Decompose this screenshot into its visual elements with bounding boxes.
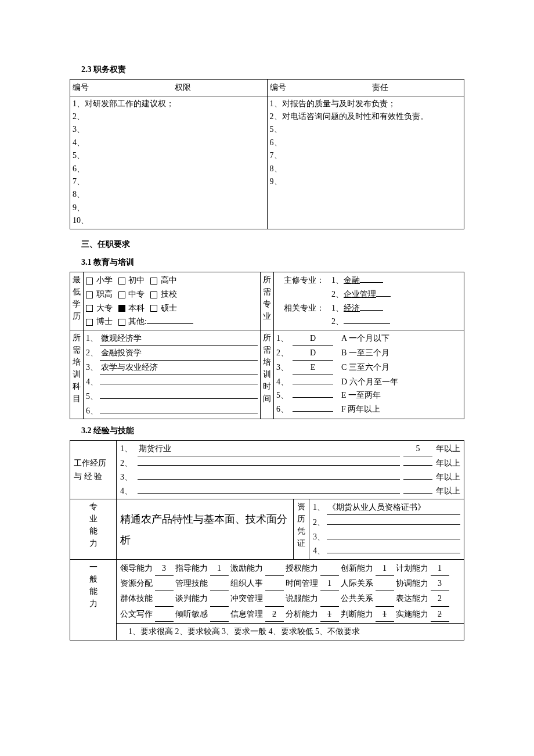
resp-list: 1、对报告的质量与及时发布负责；2、对电话咨询问题的及时性和有效性负责。5、6、… [267, 96, 464, 229]
section-3.1-title: 3.1 教育与培训 [81, 255, 464, 269]
experience-label: 工作经历与 经 验 [70, 441, 117, 499]
pro-skill-text: 精通农产品特性与基本面、技术面分析 [117, 499, 294, 560]
section-3.2-title: 3.2 经验与技能 [81, 424, 464, 438]
table-2.3: 编号 权限 编号 责任 1、对研发部工作的建议权；2、3、4、5、6、7、8、9… [70, 79, 464, 229]
training-time-list: 1、DA 一个月以下2、DB 一至三个月3、EC 三至六个月4、D 六个月至一年… [274, 330, 464, 419]
subject-label: 所需培训科目 [70, 330, 84, 419]
experience-rows: 1、期货行业5年以上2、年以上3、年以上4、年以上 [117, 441, 464, 499]
pro-skill-label: 专业能力 [70, 499, 117, 560]
general-skills: 领导能力 3 指导能力 1 激励能力 授权能力 创新能力 1 计划能力 1 资源… [117, 560, 464, 624]
general-skill-label: 一般能力 [70, 560, 117, 640]
skill-legend: 1、要求很高 2、要求较高 3、要求一般 4、要求较低 5、不做要求 [117, 623, 464, 640]
cert-label: 资历凭证 [294, 499, 309, 560]
resp-header: 编号 责任 [267, 79, 464, 96]
training-time-label: 所需培训时间 [261, 330, 274, 419]
section-2.3-title: 2.3 职务权责 [81, 63, 464, 77]
table-3.2: 工作经历与 经 验 1、期货行业5年以上2、年以上3、年以上4、年以上 专业能力… [70, 440, 464, 640]
major-label: 所需专业 [261, 272, 274, 330]
majors: 主修专业：1、金融2、企业管理相关专业：1、经济2、 [274, 272, 464, 330]
table-3.1: 最低学历 小学 初中 高中 职高 中专 技校 大专 本科 硕士 博士 其他: 所… [70, 272, 464, 419]
auth-header: 编号 权限 [70, 79, 268, 96]
subjects-list: 1、微观经济学2、金融投资学3、农学与农业经济4、5、6、 [84, 330, 261, 419]
section-3-title: 三、任职要求 [81, 237, 464, 251]
auth-list: 1、对研发部工作的建议权；2、3、4、5、6、7、8、9、10、 [70, 96, 268, 229]
edu-label: 最低学历 [70, 272, 84, 330]
cert-list: 1、《期货从业人员资格证书》2、3、4、 [309, 499, 464, 560]
edu-checkboxes: 小学 初中 高中 职高 中专 技校 大专 本科 硕士 博士 其他: [84, 272, 261, 330]
